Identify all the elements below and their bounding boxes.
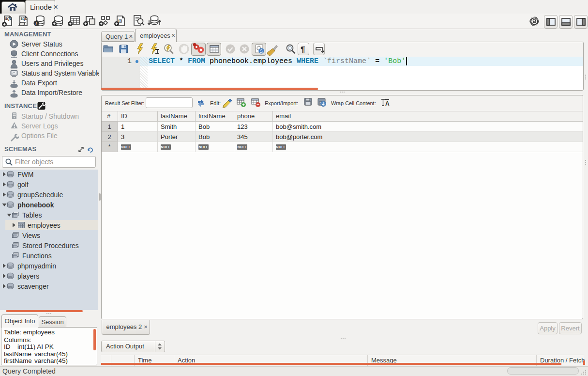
svg-text:¶: ¶: [301, 45, 305, 54]
svg-text:{(): {(): [118, 18, 122, 23]
svg-text:SQL: SQL: [5, 17, 12, 21]
svg-text:SQL: SQL: [21, 17, 27, 21]
svg-text:A: A: [385, 100, 390, 107]
